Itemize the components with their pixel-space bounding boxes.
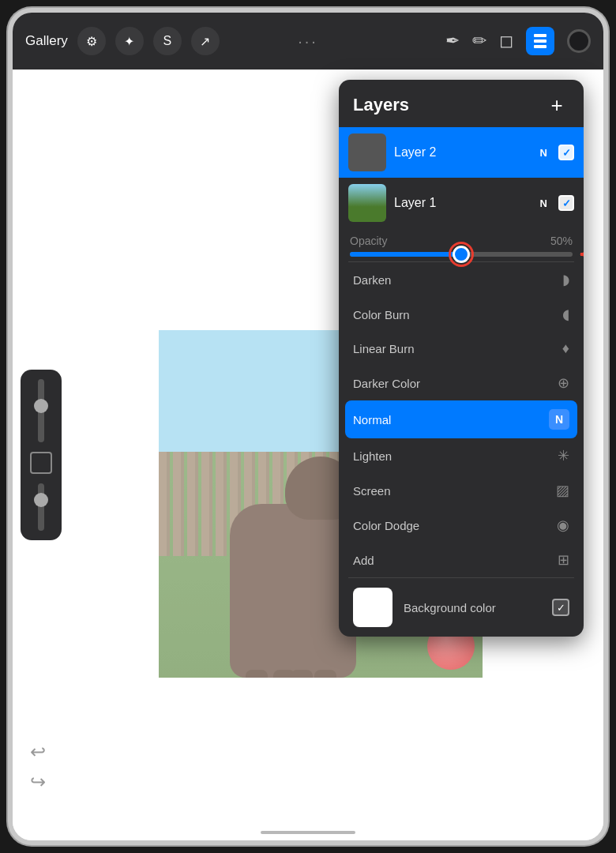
opacity-sidebar-slider[interactable] — [38, 483, 44, 531]
wrench-icon[interactable]: ⚙ — [77, 27, 106, 55]
blend-add[interactable]: Add ⊞ — [339, 543, 584, 577]
opacity-sidebar-thumb[interactable] — [34, 493, 48, 507]
gallery-button[interactable]: Gallery — [25, 33, 68, 49]
layer-1-thumbnail — [348, 184, 386, 222]
blend-normal[interactable]: Normal N — [345, 400, 577, 438]
background-checkmark: ✓ — [557, 602, 565, 614]
blend-color-dodge-label: Color Dodge — [353, 519, 419, 532]
blend-screen[interactable]: Screen ▨ — [339, 473, 584, 508]
dog-leg-4 — [291, 670, 313, 678]
blend-linear-burn-icon: ♦ — [562, 340, 569, 357]
ink-tool-icon[interactable]: ✏ — [472, 31, 486, 51]
background-color-row[interactable]: Background color ✓ — [339, 578, 584, 637]
sidebar-square-icon[interactable] — [30, 452, 52, 474]
background-color-checkbox[interactable]: ✓ — [552, 599, 569, 616]
more-options[interactable]: ··· — [298, 32, 318, 51]
background-color-label: Background color — [404, 601, 541, 614]
layers-panel: Layers + Layer 2 N ✓ Layer 1 N ✓ — [339, 80, 584, 637]
blend-lighten-label: Lighten — [353, 449, 392, 463]
dog-body — [230, 504, 356, 678]
undo-button[interactable]: ↩ — [30, 741, 46, 763]
add-layer-button[interactable]: + — [544, 92, 569, 118]
top-bar-left: Gallery ⚙ ✦ S ↗ — [25, 27, 220, 55]
blend-darker-color[interactable]: Darker Color ⊕ — [339, 366, 584, 400]
svg-rect-2 — [534, 45, 547, 48]
layer-item-2[interactable]: Layer 2 N ✓ — [339, 127, 584, 178]
layer-2-check: ✓ — [562, 147, 571, 159]
left-sidebar — [21, 370, 62, 540]
blend-linear-burn-label: Linear Burn — [353, 342, 415, 355]
svg-rect-0 — [534, 34, 547, 37]
brush-size-thumb[interactable] — [34, 399, 48, 413]
background-color-swatch[interactable] — [353, 588, 393, 627]
layer-1-visibility[interactable]: ✓ — [558, 195, 574, 211]
top-bar-right: ✒ ✏ ◻ — [445, 27, 591, 55]
color-picker[interactable] — [567, 29, 591, 53]
blend-color-burn[interactable]: Color Burn ◖ — [339, 297, 584, 332]
blend-linear-burn[interactable]: Linear Burn ♦ — [339, 332, 584, 366]
blend-add-icon: ⊞ — [558, 551, 569, 569]
blend-darken-icon: ◗ — [562, 271, 569, 288]
transform-icon[interactable]: ↗ — [191, 27, 220, 55]
panel-title: Layers — [353, 95, 409, 115]
arrow-head — [580, 248, 584, 261]
dog-leg-3 — [314, 670, 336, 678]
svg-rect-1 — [534, 39, 547, 43]
blend-darken[interactable]: Darken ◗ — [339, 262, 584, 297]
home-indicator — [261, 831, 355, 834]
undo-redo-area: ↩ ↪ — [30, 741, 46, 793]
blend-color-burn-label: Color Burn — [353, 308, 410, 321]
blend-screen-label: Screen — [353, 484, 391, 498]
blend-add-label: Add — [353, 554, 374, 567]
blend-lighten-icon: ✳ — [558, 447, 569, 464]
opacity-slider-fill — [350, 252, 461, 257]
layer-1-check: ✓ — [562, 197, 571, 209]
layer-2-thumb-bg — [348, 133, 386, 171]
blend-color-dodge-icon: ◉ — [557, 517, 569, 534]
layer-1-badge: N — [540, 197, 547, 209]
eraser-tool-icon[interactable]: ◻ — [499, 31, 513, 51]
layer-2-thumbnail — [348, 133, 386, 171]
layers-button[interactable] — [526, 27, 554, 55]
layer-2-name: Layer 2 — [394, 145, 532, 160]
layer-1-name: Layer 1 — [394, 196, 532, 210]
dog-leg-1 — [246, 670, 268, 678]
magic-icon[interactable]: ✦ — [115, 27, 144, 55]
layer-item-1[interactable]: Layer 1 N ✓ — [339, 178, 584, 228]
top-bar: Gallery ⚙ ✦ S ↗ ··· ✒ ✏ ◻ — [13, 13, 603, 70]
layer-2-badge: N — [540, 147, 547, 159]
opacity-value: 50% — [550, 235, 573, 247]
blend-color-burn-icon: ◖ — [562, 306, 569, 323]
arrow-annotation — [580, 253, 584, 256]
blend-color-dodge[interactable]: Color Dodge ◉ — [339, 508, 584, 543]
blend-normal-badge: N — [549, 409, 569, 430]
redo-button[interactable]: ↪ — [30, 771, 46, 793]
blend-normal-label: Normal — [353, 413, 391, 426]
blend-darker-color-label: Darker Color — [353, 377, 420, 390]
selection-icon[interactable]: S — [153, 27, 182, 55]
brush-size-slider[interactable] — [38, 379, 44, 442]
blend-lighten[interactable]: Lighten ✳ — [339, 438, 584, 473]
top-bar-center: ··· — [298, 32, 318, 51]
opacity-label: Opacity — [350, 235, 387, 247]
blend-screen-icon: ▨ — [556, 482, 569, 499]
blend-darken-label: Darken — [353, 273, 391, 287]
panel-header: Layers + — [339, 80, 584, 127]
blend-darker-color-icon: ⊕ — [558, 374, 569, 392]
opacity-row: Opacity 50% — [339, 228, 584, 261]
pen-tool-icon[interactable]: ✒ — [445, 31, 460, 51]
arrow-line — [580, 253, 584, 256]
ipad-frame: Gallery ⚙ ✦ S ↗ ··· ✒ ✏ ◻ — [8, 8, 608, 845]
layer-2-visibility[interactable]: ✓ — [558, 145, 574, 160]
layer-1-thumb-bg — [348, 184, 386, 222]
blend-modes-list: Darken ◗ Color Burn ◖ Linear Burn ♦ Dark… — [339, 262, 584, 577]
red-circle-indicator — [449, 242, 474, 267]
